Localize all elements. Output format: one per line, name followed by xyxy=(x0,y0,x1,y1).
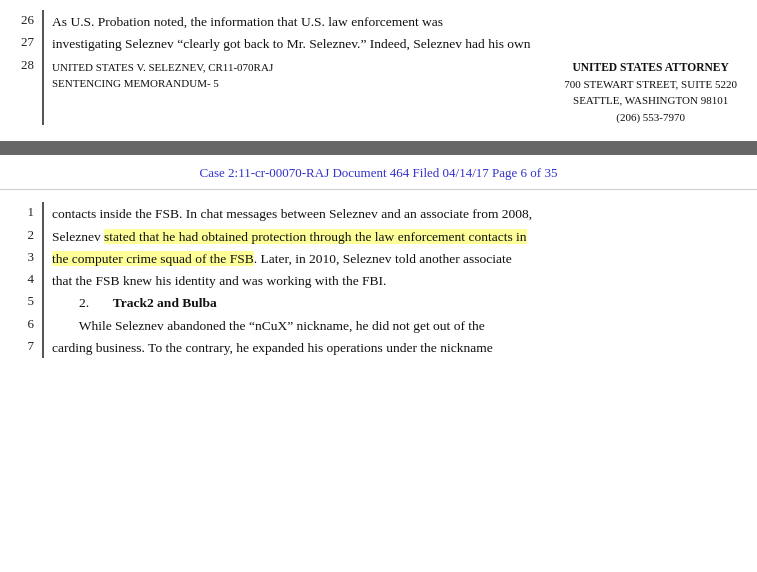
line-row-28: 28 UNITED STATES v. SELEZNEV, CR11-070RA… xyxy=(0,55,757,126)
footer-right: UNITED STATES ATTORNEY 700 STEWART STREE… xyxy=(564,59,757,126)
line-row-27: 27 investigating Seleznev “clearly got b… xyxy=(0,32,757,54)
line-bar-2 xyxy=(42,225,44,247)
line-number-27: 27 xyxy=(0,32,42,50)
line-row-3: 3 the computer crime squad of the FSB. L… xyxy=(0,247,757,269)
text-7: carding business. To the contrary, he ex… xyxy=(52,340,493,355)
footer-right-line3: (206) 553-7970 xyxy=(564,109,737,126)
line-bar-7 xyxy=(42,336,44,358)
footer-left-line1: UNITED STATES v. SELEZNEV, CR11-070RAJ xyxy=(52,59,273,76)
line-content-3: the computer crime squad of the FSB. Lat… xyxy=(52,247,757,269)
divider-bar xyxy=(0,141,757,155)
line-number-28: 28 xyxy=(0,55,42,73)
case-header-text: Case 2:11-cr-00070-RAJ Document 464 File… xyxy=(200,165,558,180)
line-row-2: 2 Seleznev stated that he had obtained p… xyxy=(0,225,757,247)
text-6: While Seleznev abandoned the “nCuX” nick… xyxy=(52,318,485,333)
line-bar-1 xyxy=(42,202,44,224)
line-number-6: 6 xyxy=(0,314,42,332)
line-content-2: Seleznev stated that he had obtained pro… xyxy=(52,225,757,247)
line-bar-28 xyxy=(42,55,44,126)
line-bar-4 xyxy=(42,269,44,291)
line-number-26: 26 xyxy=(0,10,42,28)
line-content-6: While Seleznev abandoned the “nCuX” nick… xyxy=(52,314,757,336)
text-3a-highlighted: the computer crime squad of the FSB xyxy=(52,251,254,266)
footer-right-title: UNITED STATES ATTORNEY xyxy=(564,59,737,76)
case-header: Case 2:11-cr-00070-RAJ Document 464 File… xyxy=(0,155,757,190)
text-4: that the FSB knew his identity and was w… xyxy=(52,273,386,288)
footer-right-line2: SEATTLE, WASHINGTON 98101 xyxy=(564,92,737,109)
line-row-4: 4 that the FSB knew his identity and was… xyxy=(0,269,757,291)
footer-right-line1: 700 STEWART STREET, SUITE 5220 xyxy=(564,76,737,93)
doc-top: 26 As U.S. Probation noted, the informat… xyxy=(0,0,757,125)
line-content-1: contacts inside the FSB. In chat message… xyxy=(52,202,757,224)
page-container: 26 As U.S. Probation noted, the informat… xyxy=(0,0,757,358)
footer-left-line2: SENTENCING MEMORANDUM- 5 xyxy=(52,75,273,92)
line-content-7: carding business. To the contrary, he ex… xyxy=(52,336,757,358)
text-5a: 2. xyxy=(52,295,113,310)
footer-content: UNITED STATES v. SELEZNEV, CR11-070RAJ S… xyxy=(52,55,757,126)
line-number-1: 1 xyxy=(0,202,42,220)
text-1: contacts inside the FSB. In chat message… xyxy=(52,206,532,221)
line-bar-5 xyxy=(42,291,44,313)
line-number-3: 3 xyxy=(0,247,42,265)
text-3b: . Later, in 2010, Seleznev told another … xyxy=(254,251,512,266)
line-bar-27 xyxy=(42,32,44,54)
text-2a: Seleznev xyxy=(52,229,104,244)
line-number-7: 7 xyxy=(0,336,42,354)
line-row-6: 6 While Seleznev abandoned the “nCuX” ni… xyxy=(0,314,757,336)
line-bar-3 xyxy=(42,247,44,269)
footer-left: UNITED STATES v. SELEZNEV, CR11-070RAJ S… xyxy=(52,59,273,126)
line-content-5: 2. Track2 and Bulba xyxy=(52,291,757,313)
line-row-5: 5 2. Track2 and Bulba xyxy=(0,291,757,313)
doc-bottom: 1 contacts inside the FSB. In chat messa… xyxy=(0,190,757,358)
line-content-4: that the FSB knew his identity and was w… xyxy=(52,269,757,291)
line-bar-26 xyxy=(42,10,44,32)
line-row-7: 7 carding business. To the contrary, he … xyxy=(0,336,757,358)
line-number-5: 5 xyxy=(0,291,42,309)
text-2b-highlighted: stated that he had obtained protection t… xyxy=(104,229,526,244)
line-number-4: 4 xyxy=(0,269,42,287)
line-row-1: 1 contacts inside the FSB. In chat messa… xyxy=(0,202,757,224)
line-row-26: 26 As U.S. Probation noted, the informat… xyxy=(0,10,757,32)
line-content-26: As U.S. Probation noted, the information… xyxy=(52,10,757,32)
text-5b-bold: Track2 and Bulba xyxy=(113,295,217,310)
line-bar-6 xyxy=(42,314,44,336)
line-content-27: investigating Seleznev “clearly got back… xyxy=(52,32,757,54)
line-number-2: 2 xyxy=(0,225,42,243)
